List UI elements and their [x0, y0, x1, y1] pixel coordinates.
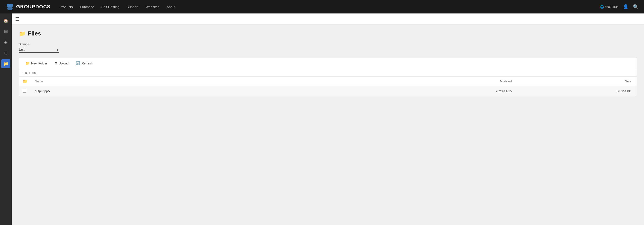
- nav-link-about[interactable]: About: [166, 5, 175, 9]
- table-row: output.pptx 2023-11-15 86.344 KB: [19, 86, 636, 96]
- file-name-cell: output.pptx: [35, 89, 390, 93]
- row-name-cell: output.pptx: [31, 86, 394, 96]
- new-folder-button[interactable]: 📁 New Folder: [23, 60, 50, 67]
- search-icon-button[interactable]: 🔍: [633, 4, 638, 10]
- sidebar-item-dashboard[interactable]: ▤: [1, 27, 10, 36]
- nav-right: 🌐 ENGLISH 👤 🔍: [600, 4, 638, 10]
- breadcrumb-part-2[interactable]: test: [32, 71, 36, 75]
- folder-col-icon: 📁: [23, 79, 28, 84]
- nav-link-purchase[interactable]: Purchase: [80, 5, 94, 9]
- page-title-row: 📁 Files: [19, 30, 637, 37]
- page-title: Files: [28, 30, 41, 37]
- content-area: ☰ 📁 Files Storage test default ▾: [12, 14, 644, 225]
- storage-select[interactable]: test default: [19, 47, 59, 53]
- page-content: 📁 Files Storage test default ▾: [12, 25, 644, 102]
- language-selector[interactable]: 🌐 ENGLISH: [600, 5, 618, 9]
- refresh-label: Refresh: [82, 62, 92, 65]
- refresh-button[interactable]: 🔄 Refresh: [73, 60, 95, 67]
- col-header-modified: Modified: [394, 77, 516, 86]
- secondary-nav: ☰: [12, 14, 644, 25]
- sidebar-item-apps[interactable]: ⊞: [1, 49, 10, 58]
- storage-select-wrapper: test default ▾: [19, 47, 59, 53]
- file-toolbar: 📁 New Folder ⬆ Upload 🔄 Refresh: [19, 58, 636, 69]
- row-checkbox-cell: [19, 86, 31, 96]
- dashboard-icon: ▤: [4, 29, 8, 34]
- col-header-icon: 📁: [19, 77, 31, 86]
- logo-text: GROUPDOCS: [16, 4, 50, 10]
- new-folder-icon: 📁: [25, 61, 30, 65]
- file-table-body: output.pptx 2023-11-15 86.344 KB: [19, 86, 636, 96]
- col-header-size: Size: [515, 77, 636, 86]
- svg-point-2: [7, 7, 12, 10]
- file-row-name[interactable]: output.pptx: [35, 89, 50, 93]
- logo-icon: [6, 2, 14, 11]
- logo-area[interactable]: GROUPDOCS: [6, 2, 50, 11]
- file-table: 📁 Name Modified Size: [19, 77, 636, 96]
- left-sidebar: 🏠 ▤ ◈ ⊞ 📁: [0, 14, 12, 225]
- storage-section: Storage test default ▾: [19, 43, 637, 57]
- folder-title-icon: 📁: [19, 31, 26, 37]
- hamburger-icon[interactable]: ☰: [15, 16, 19, 22]
- svg-point-1: [10, 4, 13, 7]
- layers-icon: ◈: [4, 40, 8, 45]
- files-icon: 📁: [3, 61, 8, 66]
- file-table-header-row: 📁 Name Modified Size: [19, 77, 636, 86]
- file-manager-panel: 📁 New Folder ⬆ Upload 🔄 Refresh test: [19, 57, 637, 96]
- new-folder-label: New Folder: [31, 62, 47, 65]
- col-header-name: Name: [31, 77, 394, 86]
- nav-link-products[interactable]: Products: [60, 5, 73, 9]
- upload-label: Upload: [59, 62, 68, 65]
- apps-icon: ⊞: [4, 51, 8, 56]
- nav-link-websites[interactable]: Websites: [146, 5, 159, 9]
- upload-icon: ⬆: [54, 61, 58, 65]
- row-size-cell: 86.344 KB: [515, 86, 636, 96]
- upload-button[interactable]: ⬆ Upload: [52, 60, 71, 67]
- file-checkbox[interactable]: [23, 89, 26, 93]
- nav-link-selfhosting[interactable]: Self Hosting: [101, 5, 120, 9]
- breadcrumb-part-1[interactable]: test: [23, 71, 28, 75]
- sidebar-item-files[interactable]: 📁: [1, 59, 10, 68]
- sidebar-item-layers[interactable]: ◈: [1, 38, 10, 47]
- breadcrumb-separator: ›: [29, 71, 30, 75]
- nav-links: Products Purchase Self Hosting Support W…: [60, 5, 600, 9]
- refresh-icon: 🔄: [76, 61, 80, 65]
- globe-icon: 🌐: [600, 5, 604, 9]
- top-nav: GROUPDOCS Products Purchase Self Hosting…: [0, 0, 644, 14]
- breadcrumb: test › test: [19, 69, 636, 77]
- user-icon-button[interactable]: 👤: [623, 4, 628, 10]
- storage-label: Storage: [19, 43, 637, 46]
- nav-link-support[interactable]: Support: [127, 5, 138, 9]
- language-label: ENGLISH: [605, 5, 618, 9]
- row-modified-cell: 2023-11-15: [394, 86, 516, 96]
- main-layout: 🏠 ▤ ◈ ⊞ 📁 ☰ 📁 Files Stor: [0, 14, 644, 225]
- sidebar-item-home[interactable]: 🏠: [1, 16, 10, 25]
- home-icon: 🏠: [3, 18, 8, 23]
- file-table-header: 📁 Name Modified Size: [19, 77, 636, 86]
